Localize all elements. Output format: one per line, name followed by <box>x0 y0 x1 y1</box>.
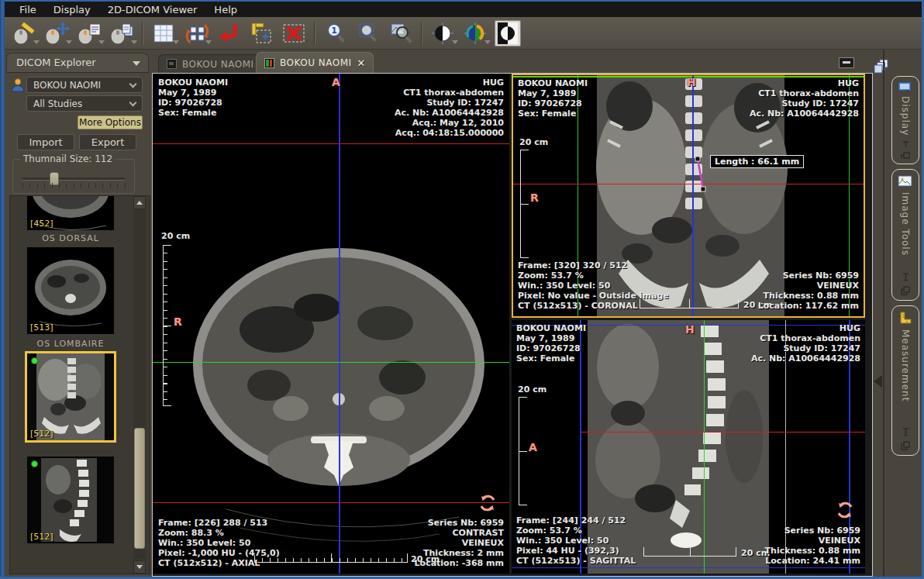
invert-lut-icon[interactable] <box>495 20 521 47</box>
frame-info-overlay: Frame: [320] 320 / 512Zoom: 53.7 %Win.: … <box>518 260 669 311</box>
crosshair-horizontal-red[interactable] <box>513 184 864 184</box>
tab-label: Display <box>900 96 911 136</box>
zoom-best-fit-icon[interactable] <box>352 19 384 48</box>
reference-line-blue-bottom[interactable] <box>512 567 865 568</box>
measurement-length-label[interactable]: Length : 66.1 mm <box>710 155 804 168</box>
dropdown-arrow-icon[interactable] <box>98 40 105 44</box>
frame-info-overlay: Frame: [226] 288 / 513Zoom: 88.3 %Win.: … <box>158 518 280 568</box>
reset-layout-icon[interactable] <box>180 19 212 48</box>
overlay-line: CT1 thorax-abdomen <box>750 88 859 98</box>
frame-count-label: [513] <box>30 322 53 333</box>
sagittal-view[interactable]: BOKOU NAOMIMay 7, 1989ID: 97026728Sex: F… <box>512 320 865 574</box>
lut-icon[interactable] <box>459 19 491 48</box>
menu-file[interactable]: File <box>11 3 45 16</box>
reference-line-red-top[interactable] <box>153 143 509 144</box>
zoom-region-icon[interactable] <box>384 19 417 48</box>
thumbnail-size-slider[interactable] <box>22 177 126 181</box>
series-info-overlay: Series Nb: 6959VEINEUXThickness: 0.88 mm… <box>758 271 859 311</box>
window-level-icon[interactable] <box>426 19 459 48</box>
series-stack-icon[interactable] <box>874 59 889 78</box>
collapse-panel-handle[interactable] <box>874 375 882 388</box>
pin-icon[interactable] <box>902 140 910 147</box>
more-options-button[interactable]: More Options <box>78 115 143 129</box>
pin-icon[interactable] <box>902 427 910 436</box>
select-measurements-icon[interactable] <box>245 19 278 48</box>
menu-help[interactable]: Help <box>205 3 246 16</box>
overlay-line: BOKOU NAOMI <box>516 323 586 333</box>
crosshair-vertical-green[interactable] <box>704 320 705 574</box>
dropdown-arrow-icon[interactable] <box>205 40 212 44</box>
reference-line-red-bottom[interactable] <box>153 502 509 503</box>
measurement-line[interactable] <box>693 154 710 196</box>
menu-2d-dicom-viewer[interactable]: 2D-DICOM Viewer <box>99 3 206 16</box>
study-info-overlay: HUGCT1 thorax-abdomenStudy ID: 17247Ac. … <box>750 78 859 119</box>
overlay-line: CT (512x512) - AXIAL <box>158 558 280 568</box>
dropdown-arrow-icon[interactable] <box>66 40 72 44</box>
overlay-line: Zoom: 53.7 % <box>518 271 669 281</box>
tab-display[interactable]: Display <box>891 76 919 164</box>
study-select[interactable]: All Studies <box>26 95 143 112</box>
collapse-arrow-icon[interactable] <box>133 61 140 66</box>
arrow-down-icon <box>136 565 143 569</box>
close-icon[interactable]: ✕ <box>357 57 366 69</box>
context-menu-icon[interactable] <box>73 19 105 48</box>
tab-bokou-naomi-1[interactable]: BOKOU NAOMI <box>158 54 263 73</box>
dropdown-arrow-icon[interactable] <box>173 40 179 44</box>
thumbnail-os-lombaire[interactable]: [513] <box>27 247 114 334</box>
image-tools-icon <box>898 174 913 188</box>
tab-image-tools[interactable]: Image Tools <box>891 169 919 301</box>
menu-display[interactable]: Display <box>45 3 99 16</box>
series-caption: OS DORSAL <box>10 233 131 243</box>
dropdown-arrow-icon[interactable] <box>131 40 137 44</box>
refresh-icon[interactable] <box>478 494 497 515</box>
refresh-icon[interactable] <box>836 501 854 522</box>
overlay-line: Frame: [244] 244 / 512 <box>516 515 636 526</box>
crosshair-horizontal-green[interactable] <box>153 362 509 363</box>
axial-view[interactable]: BOKOU NAOMIMay 7, 1989ID: 97026728Sex: F… <box>153 74 509 574</box>
panel-splitter[interactable] <box>883 50 884 577</box>
pan-icon[interactable] <box>40 19 73 48</box>
zoom-original-icon[interactable]: 1 <box>319 19 352 48</box>
dropdown-arrow-icon[interactable] <box>452 40 458 44</box>
overlay-line: HUG <box>751 323 860 333</box>
crosshair-horizontal-red[interactable] <box>581 432 865 433</box>
thumbnail-sagittal[interactable]: [512] <box>27 457 114 543</box>
toolbar-separator <box>421 22 422 45</box>
explorer-header[interactable]: DICOM Explorer <box>6 53 149 73</box>
overlay-line: May 7, 1989 <box>158 88 228 98</box>
pin-icon[interactable] <box>902 272 910 281</box>
panel-toggle-icon[interactable] <box>839 57 854 71</box>
overlay-line: Ac. Nb: A10064442928 <box>750 109 859 119</box>
delete-measurements-icon[interactable] <box>278 19 310 48</box>
patient-select[interactable]: BOKOU NAOMI <box>26 77 143 93</box>
vertical-scale-ruler <box>520 150 529 258</box>
detach-window-icon[interactable] <box>901 152 910 159</box>
arrow-up-icon <box>136 201 143 205</box>
thumbnail-os-dorsal[interactable]: [452] <box>27 196 114 230</box>
scroll-down-button[interactable] <box>133 560 146 574</box>
scrollbar-thumb[interactable] <box>134 428 145 549</box>
tab-measurement[interactable]: Measurement <box>891 305 919 456</box>
series-scroll-icon[interactable] <box>105 19 138 48</box>
reset-icon[interactable] <box>212 19 245 48</box>
more-options-label: More Options <box>79 117 141 128</box>
tab-bokou-naomi-2-active[interactable]: BOKOU NAOMI ✕ <box>256 52 374 73</box>
chevron-down-icon <box>129 80 137 88</box>
crosshair-vertical-blue[interactable] <box>339 74 340 574</box>
orientation-marker-right: R <box>530 191 539 204</box>
scroll-up-button[interactable] <box>133 196 146 209</box>
overlay-line: HUG <box>395 78 504 88</box>
measure-pointer-icon[interactable] <box>8 19 40 48</box>
thumbnail-size-label: Thumnail Size: 112 <box>20 153 116 164</box>
import-button[interactable]: Import <box>17 134 74 150</box>
export-button[interactable]: Export <box>79 134 136 150</box>
dropdown-arrow-icon[interactable] <box>33 40 40 44</box>
layout-grid-icon[interactable] <box>147 19 180 48</box>
series-tab-icon <box>167 59 177 69</box>
detach-window-icon[interactable] <box>901 286 910 295</box>
frame-count-label: [512] <box>30 429 53 439</box>
coronal-view-selected[interactable]: Length : 66.1 mm BOKOU NAOMIMay 7, 1989I… <box>512 74 865 318</box>
detach-window-icon[interactable] <box>901 441 910 450</box>
dropdown-arrow-icon[interactable] <box>484 40 491 44</box>
thumbnail-coronal-selected[interactable]: [512] <box>25 351 116 443</box>
